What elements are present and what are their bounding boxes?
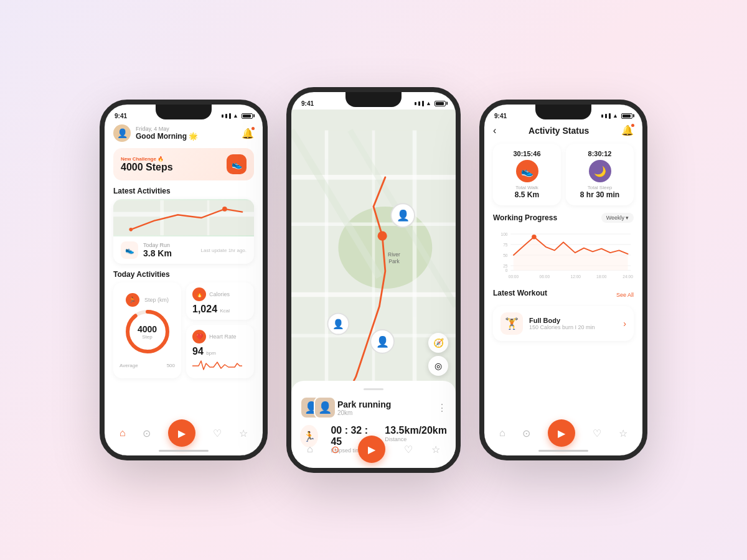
time-2: 9:41 <box>301 100 314 107</box>
battery-3 <box>621 113 632 119</box>
walk-time: 30:15:46 <box>499 150 555 157</box>
progress-header: Working Progress Weekly ▾ <box>493 213 634 223</box>
run-button[interactable]: 👟 <box>227 154 247 174</box>
signal-bar-2 <box>418 101 420 106</box>
nav-heart-2[interactable]: ♡ <box>404 444 413 455</box>
workout-arrow-icon[interactable]: › <box>623 319 626 329</box>
phone1-content: 👤 Friday, 4 May Good Morning 🌟 🔔 New Cha… <box>105 122 263 455</box>
bell-icon-3[interactable]: 🔔 <box>621 124 634 136</box>
challenge-steps: 4000 Steps <box>121 162 173 173</box>
run-data: Today Run 3.8 Km <box>143 242 196 258</box>
svg-text:👤: 👤 <box>332 319 344 330</box>
sleep-value: 8 hr 30 min <box>572 190 627 199</box>
svg-rect-3 <box>207 200 210 236</box>
svg-point-5 <box>129 228 133 231</box>
time-3: 9:41 <box>494 113 507 119</box>
signal-3 <box>229 113 231 119</box>
progress-chart-svg: 100 75 50 25 0 00:00 06:00 <box>493 226 634 282</box>
svg-text:River: River <box>388 251 400 258</box>
svg-text:00:00: 00:00 <box>509 274 519 279</box>
nav-location-2[interactable]: ⊙ <box>331 444 339 455</box>
park-run-km: 20km <box>337 409 391 416</box>
nav-location-3[interactable]: ⊙ <box>522 427 530 439</box>
wave-svg <box>192 358 242 371</box>
workout-title: Latest Workout <box>493 289 547 297</box>
nav-header-3: ‹ Activity Status 🔔 <box>493 124 634 136</box>
activity-status-title: Activity Status <box>529 126 589 136</box>
workout-header: Latest Workout See All <box>493 289 634 301</box>
calories-icon: 🔥 <box>192 287 206 301</box>
nav-home-3[interactable]: ⌂ <box>499 427 505 439</box>
park-run-name: Park running <box>337 399 391 409</box>
workout-card[interactable]: 🏋️ Full Body 150 Calories burn I 20 min … <box>493 306 634 341</box>
calories-value: 1,024 <box>192 304 217 314</box>
bottom-nav-2: ⌂ ⊙ ▶ ♡ ☆ <box>291 436 456 463</box>
workout-name: Full Body <box>529 317 617 324</box>
wifi-icon-2: ▲ <box>426 100 431 106</box>
nav-play-3[interactable]: ▶ <box>548 419 575 447</box>
avg-label: Average <box>120 363 138 368</box>
heart-header: ❤️ Heart Rate <box>192 330 248 343</box>
map-preview-svg <box>113 199 254 236</box>
phone-2: 9:41 ▲ <box>286 87 461 473</box>
steps-icon-label: Step (km) <box>144 297 169 303</box>
bell-icon-1[interactable]: 🔔 <box>242 128 254 139</box>
run-label: Today Run <box>143 242 196 248</box>
run-icon: 👟 <box>121 241 138 259</box>
bell-dot-3 <box>631 124 634 127</box>
run-name-block: Park running 20km <box>337 399 391 416</box>
nav-location-1[interactable]: ⊙ <box>143 427 151 439</box>
nav-heart-3[interactable]: ♡ <box>593 427 601 439</box>
challenge-banner[interactable]: New Challenge 🔥 4000 Steps 👟 <box>113 148 254 180</box>
run-header: 👤 👤 Park running 20km ⋮ <box>300 396 447 419</box>
avatar-1: 👤 <box>113 124 131 142</box>
workout-section: Latest Workout See All 🏋️ Full Body 150 … <box>493 289 634 341</box>
today-activities-title: Today Activities <box>113 270 254 279</box>
chevron-down-icon: ▾ <box>626 215 629 221</box>
more-options[interactable]: ⋮ <box>437 402 447 414</box>
bell-dot-1 <box>251 127 255 130</box>
activity-card[interactable]: 👟 Today Run 3.8 Km Last update 1hr ago. <box>113 199 254 264</box>
svg-text:06:00: 06:00 <box>540 274 550 279</box>
phone-3: 9:41 ▲ ‹ Activity Status 🔔 <box>479 100 647 460</box>
weekly-dropdown[interactable]: Weekly ▾ <box>601 213 634 223</box>
heart-value: 94 <box>192 346 204 357</box>
svg-text:👤: 👤 <box>376 335 390 348</box>
walk-stat-box: 30:15:46 👟 Total Walk 8.5 Km <box>493 144 561 205</box>
location-button[interactable]: ◎ <box>428 356 448 376</box>
nav-heart-1[interactable]: ♡ <box>213 427 222 439</box>
svg-point-39 <box>532 235 537 240</box>
sleep-stat-box: 8:30:12 🌙 Total Sleep 8 hr 30 min <box>566 144 634 205</box>
back-button[interactable]: ‹ <box>493 125 496 136</box>
nav-star-2[interactable]: ☆ <box>431 444 440 455</box>
greeting-block: Friday, 4 May Good Morning 🌟 <box>136 126 242 141</box>
avg-value: 500 <box>167 363 175 368</box>
see-all-link[interactable]: See All <box>616 292 634 298</box>
distance-value: 13.5km/20km <box>385 425 447 436</box>
nav-play-2[interactable]: ▶ <box>358 436 385 463</box>
nav-home-2[interactable]: ⌂ <box>307 444 313 455</box>
nav-home-1[interactable]: ⌂ <box>120 427 126 439</box>
chart-area: 100 75 50 25 0 00:00 06:00 <box>493 226 634 282</box>
sleep-label: Total Sleep <box>572 185 627 190</box>
svg-text:0: 0 <box>505 268 508 273</box>
calories-header: 🔥 Calories <box>192 287 248 301</box>
stats-row-3: 30:15:46 👟 Total Walk 8.5 Km 8:30:12 🌙 T… <box>493 144 634 205</box>
steps-ring: 4000 Step <box>123 307 172 357</box>
nav-play-1[interactable]: ▶ <box>168 419 195 447</box>
signal-bar-3 <box>422 101 424 106</box>
svg-text:Park: Park <box>388 258 400 264</box>
today-grid: 🏃 Step (km) 4000 Step <box>113 282 254 378</box>
weekly-label: Weekly <box>606 215 624 221</box>
calories-label: Calories <box>209 291 230 297</box>
svg-rect-0 <box>113 200 254 236</box>
nav-star-3[interactable]: ☆ <box>619 427 627 439</box>
compass-button[interactable]: 🧭 <box>428 333 448 353</box>
walk-icon: 👟 <box>516 160 538 182</box>
ring-text: 4000 Step <box>138 324 157 339</box>
nav-star-1[interactable]: ☆ <box>239 427 248 439</box>
phone3-content: ‹ Activity Status 🔔 30:15:46 👟 Total Wal… <box>484 122 642 455</box>
heart-wave <box>192 358 248 373</box>
workout-detail: 150 Calories burn I 20 min <box>529 324 617 330</box>
heart-value-row: 94 bpm <box>192 346 248 357</box>
